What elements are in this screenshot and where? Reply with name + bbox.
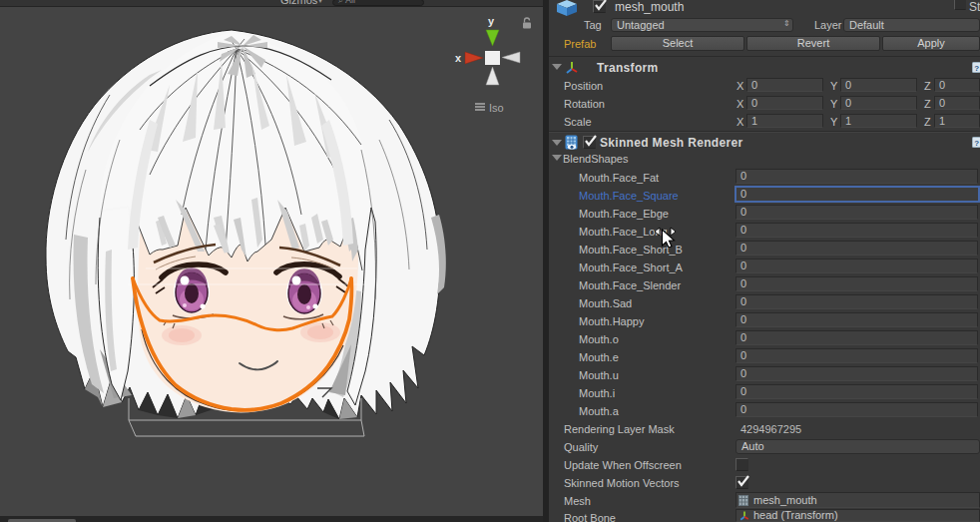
- svg-text:Iso: Iso: [489, 102, 504, 114]
- svg-text:?: ?: [974, 64, 979, 73]
- svg-text:?: ?: [974, 139, 979, 148]
- svg-text:x: x: [455, 52, 462, 64]
- svg-text:y: y: [488, 15, 495, 27]
